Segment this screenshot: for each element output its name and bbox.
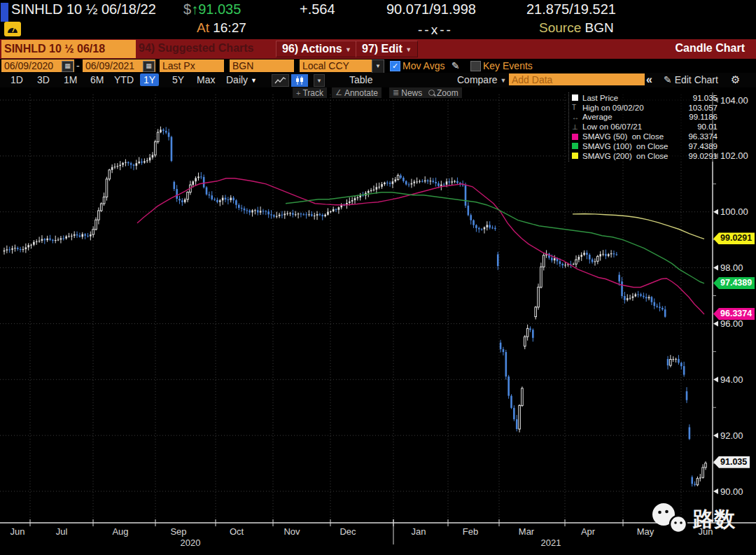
- table-button[interactable]: Table: [346, 73, 376, 86]
- x-axis-month-label: Jun: [10, 526, 25, 537]
- period-button-6m[interactable]: 6M: [87, 73, 107, 86]
- x-axis-month-label: Jul: [56, 526, 68, 537]
- svg-text:98.00: 98.00: [720, 262, 743, 273]
- period-button-ytd[interactable]: YTD: [111, 73, 137, 86]
- up-arrow-icon: ↑: [191, 1, 198, 17]
- currency-select[interactable]: Local CCY: [300, 59, 372, 72]
- track-icon: +: [296, 89, 300, 97]
- period-button-5y[interactable]: 5Y: [169, 73, 188, 86]
- axis-price-badge: 91.035: [713, 456, 750, 468]
- suggested-charts-menu[interactable]: 94) Suggested Charts: [139, 42, 253, 55]
- mov-avgs-pencil-icon[interactable]: ✎: [451, 60, 460, 71]
- bid-ask-sizes: 21.875/19.521: [526, 1, 616, 17]
- zoom-button[interactable]: Zoom: [425, 87, 462, 98]
- last-price: $↑91.035: [183, 1, 241, 17]
- legend-value: 96.3374: [688, 132, 718, 141]
- x-axis-year-label: 2021: [541, 538, 561, 548]
- quote-header: SINHLD 10 ½ 06/18/22 $↑91.035 +.564 90.0…: [0, 0, 756, 39]
- legend-label: SMAVG (200) on Close: [582, 152, 688, 160]
- legend-swatch: [572, 153, 578, 159]
- legend-swatch: [572, 134, 578, 140]
- pricing-source-select[interactable]: BGN: [230, 59, 294, 72]
- edit-chart-button[interactable]: ✎ Edit Chart: [660, 73, 722, 86]
- x-axis-month-label: Feb: [463, 526, 478, 537]
- legend-label: Average: [582, 113, 689, 121]
- compare-button[interactable]: Compare ▼: [454, 73, 510, 86]
- currency-dropdown-button[interactable]: ▼: [372, 59, 384, 73]
- date-range-dash: -: [76, 60, 80, 71]
- security-chip[interactable]: SINHLD 10 ½ 06/18: [1, 40, 136, 58]
- news-icon: ≣: [393, 88, 399, 97]
- price-source: Source BGN: [539, 20, 614, 36]
- watermark-text: 路数: [693, 505, 735, 534]
- tool-label: News: [401, 88, 422, 98]
- magnifier-icon: [428, 90, 435, 96]
- x-axis-year-label: 2020: [181, 538, 201, 548]
- legend-value: 99.0291: [688, 152, 718, 160]
- legend-row: SMAVG (50) on Close96.3374: [572, 132, 718, 141]
- mov-avgs-checkbox[interactable]: ✓: [390, 61, 400, 71]
- annotate-button[interactable]: ∠Annotate: [332, 87, 382, 98]
- axis-price-badge: 96.3374: [713, 308, 755, 320]
- date-to-field[interactable]: ▦06/09/2021: [83, 59, 155, 72]
- gear-icon[interactable]: ⚙: [731, 73, 740, 86]
- svg-text:90.00: 90.00: [720, 486, 743, 497]
- chevron-down-icon: ▼: [345, 46, 351, 53]
- calendar-icon[interactable]: ▦: [62, 61, 74, 72]
- chevron-down-icon: ▼: [500, 77, 506, 84]
- chevron-down-icon: ▼: [405, 46, 412, 53]
- x-axis-month-label: Dec: [340, 526, 356, 537]
- legend-label: SMAVG (100) on Close: [582, 142, 688, 150]
- svg-text:100.00: 100.00: [720, 206, 748, 217]
- x-axis-month-label: Jan: [412, 526, 426, 537]
- date-from-field[interactable]: ▦06/09/2020: [1, 59, 74, 72]
- add-data-input[interactable]: [509, 73, 645, 85]
- price-field-select[interactable]: Last Px: [160, 59, 224, 72]
- legend-row: THigh on 09/02/20103.057: [572, 103, 718, 113]
- period-button-1m[interactable]: 1M: [60, 73, 80, 86]
- axis-price-badge: 99.0291: [713, 232, 755, 244]
- period-button-max[interactable]: Max: [193, 73, 218, 86]
- legend-row: SMAVG (100) on Close97.4389: [572, 141, 718, 151]
- legend-value: 97.4389: [688, 142, 718, 150]
- chart-legend: Last Price91.035THigh on 09/02/20103.057…: [568, 92, 719, 162]
- page-title: Candle Chart: [675, 42, 745, 55]
- legend-row: ↔Average99.1186: [572, 113, 718, 122]
- x-axis-month-label: Apr: [581, 526, 596, 537]
- x-axis-month-label: Aug: [112, 526, 128, 537]
- chart-type-dropdown[interactable]: ▼: [314, 74, 325, 87]
- collapse-button[interactable]: «: [646, 73, 652, 86]
- x-axis-month-label: Nov: [284, 526, 300, 537]
- bid-ask-separator: --x--: [418, 22, 453, 38]
- price-change: +.564: [300, 1, 335, 17]
- legend-swatch: [572, 94, 578, 101]
- legend-marker-icon: ↔: [572, 113, 579, 121]
- news-button[interactable]: ≣News: [389, 87, 426, 98]
- actions-menu[interactable]: 96) Actions ▼: [276, 41, 358, 57]
- currency-symbol: $: [183, 1, 191, 17]
- chart-toolbar: 1D3D1M6MYTD1Y5YMax Daily ▼ ▼ Table Compa…: [0, 73, 756, 87]
- wechat-icon: [650, 501, 689, 538]
- frequency-select[interactable]: Daily ▼: [223, 73, 260, 86]
- legend-value: 90.01: [697, 122, 718, 131]
- track-button[interactable]: +Track: [293, 87, 327, 98]
- calendar-icon[interactable]: ▦: [143, 61, 155, 72]
- key-events-checkbox[interactable]: [470, 61, 481, 71]
- security-title: SINHLD 10 ½ 06/18/22: [11, 1, 156, 17]
- legend-label: SMAVG (50) on Close: [582, 132, 688, 141]
- x-axis-month-label: Sep: [170, 526, 186, 537]
- tool-label: Annotate: [344, 88, 378, 98]
- candle-chart-icon[interactable]: [291, 74, 308, 87]
- svg-text:102.00: 102.00: [720, 150, 748, 161]
- period-button-1d[interactable]: 1D: [7, 73, 27, 86]
- edit-menu[interactable]: 97) Edit ▼: [356, 41, 418, 57]
- legend-value: 103.057: [688, 104, 718, 112]
- legend-marker-icon: T: [572, 104, 576, 111]
- legend-value: 99.1186: [689, 113, 718, 121]
- bid-ask: 90.071/91.998: [386, 1, 476, 17]
- period-button-1y[interactable]: 1Y: [140, 73, 159, 86]
- function-menubar: SINHLD 10 ½ 06/18 94) Suggested Charts 9…: [0, 39, 756, 59]
- period-button-3d[interactable]: 3D: [34, 73, 53, 86]
- line-chart-icon[interactable]: [272, 74, 289, 87]
- legend-marker-icon: ⊥: [572, 123, 578, 131]
